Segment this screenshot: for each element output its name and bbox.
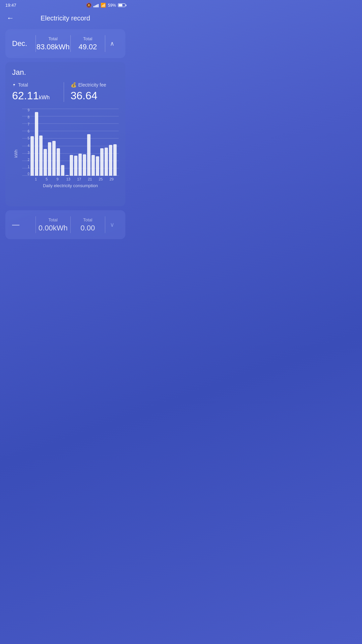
jan-card: Jan. Total 62.11kWh xyxy=(5,62,125,206)
svg-marker-0 xyxy=(13,82,15,88)
chart-area: kWh 9 8 xyxy=(12,109,119,198)
dec-chevron-up[interactable]: ∧ xyxy=(105,40,119,47)
chart-bar xyxy=(57,148,60,176)
chart-bar xyxy=(35,112,38,176)
moneybag-icon: 💰 xyxy=(71,82,76,88)
time: 19:47 xyxy=(5,3,16,8)
bottom-card: — Total 0.00kWh Total 0.00 ∨ xyxy=(5,210,125,239)
chart-y-axis-label: kWh xyxy=(14,150,18,158)
x-axis-labels: 1 5 9 13 17 21 25 29 xyxy=(31,177,117,181)
jan-total-kwh-value: 62.11kWh xyxy=(12,90,57,102)
dec-card: Dec. Total 83.08kWh Total 49.02 ∧ xyxy=(5,29,125,58)
lightning-icon xyxy=(12,82,16,88)
main-content: Dec. Total 83.08kWh Total 49.02 ∧ Jan. xyxy=(0,29,131,239)
chart-bar xyxy=(105,148,108,176)
chart-bar xyxy=(74,156,77,176)
chart-bar xyxy=(65,175,69,176)
dec-total-kwh: Total 83.08kWh xyxy=(36,36,70,51)
bottom-total-cost: Total 0.00 xyxy=(71,217,105,232)
jan-fee-label: 💰 Electricity fee xyxy=(71,82,116,88)
jan-stats-row: Total 62.11kWh 💰 Electricity fee 36.64 xyxy=(12,82,119,102)
notification-icon: 🔕 xyxy=(86,3,92,8)
jan-fee-block: 💰 Electricity fee 36.64 xyxy=(67,82,119,102)
stats-divider xyxy=(64,82,64,102)
chart-bar xyxy=(39,136,43,176)
bottom-month-label: — xyxy=(12,220,36,229)
back-button[interactable]: ← xyxy=(7,14,14,22)
chart-bar xyxy=(109,145,112,176)
dec-total-cost: Total 49.02 xyxy=(71,36,105,51)
signal-icon xyxy=(94,3,99,7)
jan-month-label: Jan. xyxy=(12,68,119,77)
chart-bar xyxy=(92,155,95,176)
status-bar: 19:47 🔕 📶 59% xyxy=(0,0,131,10)
chart-bar xyxy=(113,144,117,176)
chart-bar xyxy=(70,155,73,176)
battery-percentage: 59% xyxy=(108,3,116,8)
jan-fee-value: 36.64 xyxy=(71,90,116,102)
page-title: Electricity record xyxy=(41,14,90,22)
chart-bar xyxy=(61,165,64,176)
wifi-icon: 📶 xyxy=(101,3,106,8)
bottom-card-row: — Total 0.00kWh Total 0.00 ∨ xyxy=(12,216,119,233)
bottom-total-kwh: Total 0.00kWh xyxy=(36,217,70,232)
dec-month-label: Dec. xyxy=(12,39,36,48)
chart-bar xyxy=(48,142,51,176)
chart-inner: 9 8 7 6 5 4 3 2 1 0 xyxy=(22,109,119,176)
dec-card-row: Dec. Total 83.08kWh Total 49.02 ∧ xyxy=(12,35,119,52)
chart-bar xyxy=(96,156,99,176)
chart-bar xyxy=(83,154,86,176)
bottom-chevron-down[interactable]: ∨ xyxy=(105,221,119,228)
chart-bar xyxy=(87,134,90,176)
chart-bar xyxy=(31,136,34,176)
chart-bar xyxy=(100,148,104,176)
chart-bar xyxy=(52,141,56,176)
battery-icon xyxy=(118,3,125,7)
status-icons: 🔕 📶 59% xyxy=(86,3,125,8)
chart-bar xyxy=(78,154,82,176)
bars-container xyxy=(31,109,117,176)
jan-total-kwh-block: Total 62.11kWh xyxy=(12,82,60,102)
chart-title: Daily electricity consumption xyxy=(22,183,119,188)
chart-bar xyxy=(44,149,47,176)
y-axis-labels: 9 8 7 6 5 4 3 2 1 0 xyxy=(22,109,29,176)
header: ← Electricity record xyxy=(0,10,131,29)
jan-total-kwh-label: Total xyxy=(12,82,57,88)
